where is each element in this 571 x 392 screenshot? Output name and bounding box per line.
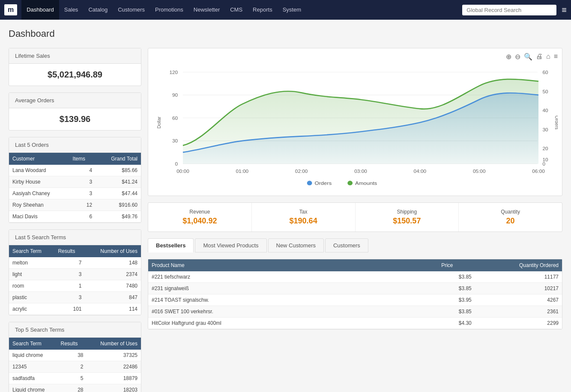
search-term: room [9,280,54,292]
quantity-label: Quantity [463,209,558,215]
customer-name: Lana Woodard [9,165,69,176]
uses-count: 18203 [87,384,141,392]
product-name: #231 signalweiß [148,283,438,294]
nav-dashboard[interactable]: Dashboard [21,0,59,20]
revenue-label: Revenue [152,209,247,215]
svg-text:02:00: 02:00 [295,169,308,174]
page-title: Dashboard [9,28,562,39]
menu-icon[interactable]: ≡ [554,53,558,61]
svg-text:03:00: 03:00 [354,169,367,174]
table-row: #214 TOAST signalschw.$3.954267 [148,294,562,306]
search-term: Liquid chrome [9,384,57,392]
nav-customers[interactable]: Customers [113,0,150,20]
print-icon[interactable]: 🖨 [536,53,543,61]
results-count: 1 [54,280,85,292]
stat-quantity: Quantity 20 [459,203,562,232]
svg-text:30: 30 [172,139,178,143]
chart-toolbar: ⊕ ⊖ 🔍 🖨 ⌂ ≡ [152,53,558,61]
nav-reports[interactable]: Reports [248,0,278,20]
uses-count: 847 [85,292,141,303]
tab-new-customers[interactable]: New Customers [268,238,324,252]
page-content: Dashboard Lifetime Sales $5,021,946.89 A… [0,20,571,392]
tax-value: $190.64 [256,217,351,226]
product-name: #221 tiefschwarz [148,271,438,283]
results-count: 38 [57,350,87,361]
col-uses: Number of Uses [85,245,141,257]
table-row: #016 SWET 100 verkehrsr.$3.852361 [148,306,562,318]
qty-ordered: 2361 [475,306,562,318]
search-term: liquid chrome [9,350,57,361]
top5search-header: Top 5 Search Terms [9,322,141,338]
col-price: Price [438,259,475,271]
table-row: Kirby House3$41.24 [9,176,141,188]
zoom-in-icon[interactable]: ⊕ [506,53,511,61]
stat-tax: Tax $190.64 [252,203,356,232]
product-price: $3.85 [438,271,475,283]
nav-cms[interactable]: CMS [225,0,248,20]
table-row: Roy Sheehan12$916.60 [9,199,141,211]
revenue-value: $1,040.92 [152,217,247,226]
product-price: $4.30 [438,318,475,329]
table-row: room17480 [9,280,141,292]
product-name: #016 SWET 100 verkehrsr. [148,306,438,318]
table-row: HitColor Haftgrund grau 400ml$4.302299 [148,318,562,329]
tab-most-viewed[interactable]: Most Viewed Products [195,238,266,252]
table-row: Aasiyah Chaney3$47.44 [9,188,141,199]
main-layout: Lifetime Sales $5,021,946.89 Average Ord… [9,48,562,392]
table-row: Lana Woodard4$85.66 [9,165,141,176]
svg-text:30: 30 [543,127,548,132]
lifetime-sales-value: $5,021,946.89 [9,64,141,86]
nav-logo: m [4,4,17,15]
last5search-header: Last 5 Search Terms [9,230,141,245]
table-row: acrylic101114 [9,303,141,315]
uses-count: 2374 [85,269,141,280]
grand-total: $916.60 [96,199,141,211]
svg-text:Orders: Orders [314,181,332,186]
shipping-value: $150.57 [360,217,454,226]
col-term2: Search Term [9,338,57,350]
svg-text:04:00: 04:00 [414,169,427,174]
global-search-input[interactable] [462,5,556,15]
results-count: 101 [54,303,85,315]
tab-bestsellers[interactable]: Bestsellers [148,238,194,252]
grand-total: $85.66 [96,165,141,176]
items-count: 3 [69,188,96,199]
nav-promotions[interactable]: Promotions [150,0,188,20]
customer-name: Maci Davis [9,211,69,223]
nav-menu-icon[interactable]: ≡ [562,5,567,15]
uses-count: 22486 [87,361,141,373]
svg-text:06:00: 06:00 [532,169,545,174]
results-count: 5 [57,373,87,384]
results-count: 2 [57,361,87,373]
table-row: melton7148 [9,257,141,269]
zoom-out-icon[interactable]: ⊖ [515,53,520,61]
nav-catalog[interactable]: Catalog [83,0,113,20]
col-qty-ordered: Quantity Ordered [475,259,562,271]
search-term: light [9,269,54,280]
nav-newsletter[interactable]: Newsletter [188,0,225,20]
product-name: HitColor Haftgrund grau 400ml [148,318,438,329]
svg-text:01:00: 01:00 [236,169,249,174]
magnify-icon[interactable]: 🔍 [524,53,532,61]
product-name: #214 TOAST signalschw. [148,294,438,306]
col-product-name: Product Name [148,259,438,271]
product-price: $3.95 [438,294,475,306]
home-icon[interactable]: ⌂ [546,53,550,61]
uses-count: 7480 [85,280,141,292]
qty-ordered: 11177 [475,271,562,283]
average-orders-value: $139.96 [9,108,141,130]
table-row: #231 signalweiß$3.8510217 [148,283,562,294]
last5search-card: Last 5 Search Terms Search Term Results … [9,229,141,315]
nav-system[interactable]: System [278,0,306,20]
nav-sales[interactable]: Sales [59,0,84,20]
last5orders-table: Customer Items Grand Total Lana Woodard4… [9,153,141,223]
tabs-row: Bestsellers Most Viewed Products New Cus… [148,238,562,252]
grand-total: $49.76 [96,211,141,223]
svg-text:60: 60 [172,116,178,120]
product-price: $3.85 [438,306,475,318]
qty-ordered: 4267 [475,294,562,306]
chart-container: 120 90 60 30 0 60 50 40 30 20 10 0 [152,63,558,191]
items-count: 4 [69,165,96,176]
svg-text:0: 0 [543,162,546,166]
tab-customers[interactable]: Customers [325,238,368,252]
